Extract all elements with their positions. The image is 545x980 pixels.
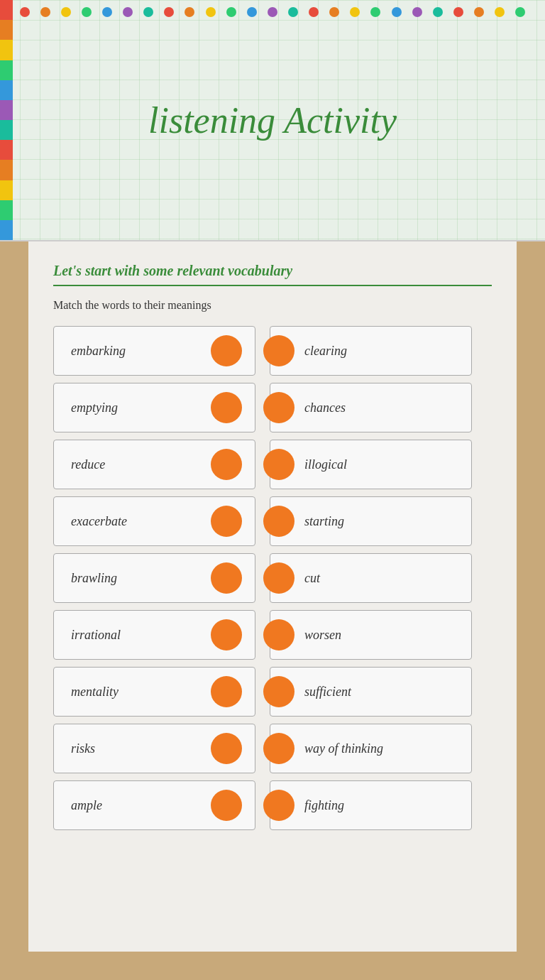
decorative-dot (247, 7, 257, 17)
content-area: Let's start with some relevant vocabular… (28, 241, 517, 952)
pair-row: emptying chances (53, 383, 492, 432)
pairs-container: embarking clearing emptying chances redu… (53, 326, 492, 830)
word-label: brawling (71, 571, 117, 586)
word-label: exacerbate (71, 514, 127, 529)
word-label: risks (71, 741, 95, 756)
pair-row: brawling cut (53, 553, 492, 603)
word-label: mentality (71, 685, 119, 699)
decorative-dot (164, 7, 174, 17)
decorative-dot (350, 7, 360, 17)
connect-dot[interactable] (263, 790, 294, 821)
pair-row: mentality sufficient (53, 667, 492, 717)
decorative-dot (20, 7, 30, 17)
word-box-right[interactable]: sufficient (270, 667, 472, 717)
meaning-label: clearing (304, 344, 347, 359)
decorative-dot (433, 7, 443, 17)
decorative-dot (206, 7, 216, 17)
page-title: listening Activity (148, 99, 397, 141)
decorative-dot (370, 7, 380, 17)
color-strip (0, 60, 13, 80)
decorative-dot (185, 7, 194, 17)
decorative-dot (392, 7, 402, 17)
color-strip (0, 120, 13, 140)
section-divider (53, 285, 492, 286)
connect-dot[interactable] (263, 449, 294, 480)
color-strip (0, 200, 13, 220)
connect-dot[interactable] (211, 449, 242, 480)
meaning-label: chances (304, 401, 346, 415)
word-box-left[interactable]: reduce (53, 440, 255, 489)
word-box-right[interactable]: clearing (270, 326, 472, 376)
connect-dot[interactable] (211, 562, 242, 594)
word-box-left[interactable]: ample (53, 780, 255, 830)
decorative-dot (474, 7, 484, 17)
connect-dot[interactable] (263, 619, 294, 650)
connect-dot[interactable] (263, 676, 294, 707)
decorative-dot (61, 7, 71, 17)
decorative-dot (288, 7, 298, 17)
decorative-dot (309, 7, 319, 17)
word-box-left[interactable]: mentality (53, 667, 255, 717)
word-label: embarking (71, 344, 126, 359)
meaning-label: sufficient (304, 685, 351, 699)
color-strip (0, 140, 13, 160)
connect-dot[interactable] (263, 392, 294, 423)
connect-dot[interactable] (211, 335, 242, 366)
color-strip (0, 100, 13, 120)
dots-top (0, 7, 545, 17)
word-box-left[interactable]: irrational (53, 610, 255, 660)
color-strip (0, 80, 13, 100)
connect-dot[interactable] (263, 562, 294, 594)
color-strip (0, 220, 13, 240)
word-box-right[interactable]: way of thinking (270, 724, 472, 773)
word-label: reduce (71, 457, 105, 472)
word-box-right[interactable]: chances (270, 383, 472, 432)
color-strip (0, 40, 13, 60)
decorative-dot (412, 7, 422, 17)
connect-dot[interactable] (263, 733, 294, 764)
meaning-label: starting (304, 514, 344, 529)
color-strip (0, 20, 13, 40)
color-strip (0, 160, 13, 180)
word-box-right[interactable]: worsen (270, 610, 472, 660)
decorative-dot (515, 7, 525, 17)
decorative-dot (143, 7, 153, 17)
color-strips (0, 0, 13, 240)
meaning-label: way of thinking (304, 741, 383, 756)
connect-dot[interactable] (263, 335, 294, 366)
connect-dot[interactable] (211, 392, 242, 423)
word-box-left[interactable]: embarking (53, 326, 255, 376)
connect-dot[interactable] (211, 506, 242, 537)
section-subtitle: Let's start with some relevant vocabular… (53, 263, 492, 279)
word-box-right[interactable]: fighting (270, 780, 472, 830)
word-box-right[interactable]: illogical (270, 440, 472, 489)
decorative-dot (123, 7, 133, 17)
decorative-dot (495, 7, 505, 17)
word-label: irrational (71, 628, 121, 643)
match-instruction: Match the words to their meanings (53, 299, 492, 312)
word-box-left[interactable]: emptying (53, 383, 255, 432)
word-box-left[interactable]: brawling (53, 553, 255, 603)
connect-dot[interactable] (263, 506, 294, 537)
word-box-right[interactable]: cut (270, 553, 472, 603)
connect-dot[interactable] (211, 733, 242, 764)
pair-row: risks way of thinking (53, 724, 492, 773)
header: listening Activity (0, 0, 545, 241)
word-box-left[interactable]: risks (53, 724, 255, 773)
word-box-right[interactable]: starting (270, 496, 472, 546)
connect-dot[interactable] (211, 790, 242, 821)
pair-row: exacerbate starting (53, 496, 492, 546)
color-strip (0, 180, 13, 200)
decorative-dot (453, 7, 463, 17)
decorative-dot (329, 7, 339, 17)
pair-row: embarking clearing (53, 326, 492, 376)
meaning-label: fighting (304, 798, 344, 813)
connect-dot[interactable] (211, 619, 242, 650)
meaning-label: illogical (304, 457, 347, 472)
decorative-dot (82, 7, 92, 17)
word-label: ample (71, 798, 102, 813)
word-label: emptying (71, 401, 118, 415)
word-box-left[interactable]: exacerbate (53, 496, 255, 546)
pair-row: irrational worsen (53, 610, 492, 660)
connect-dot[interactable] (211, 676, 242, 707)
